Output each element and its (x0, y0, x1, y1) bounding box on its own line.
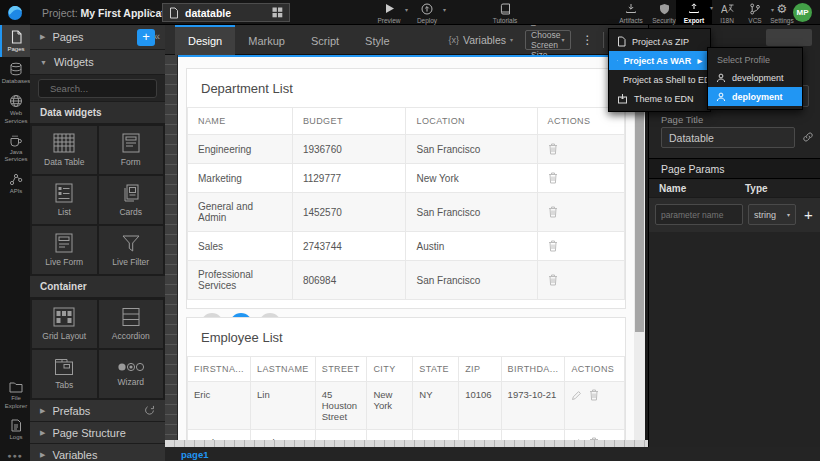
widgets-accordion[interactable]: ▼ Widgets (30, 50, 165, 75)
column-header[interactable]: STREET (315, 357, 367, 382)
tab-design[interactable]: Design (175, 25, 235, 55)
tab-markup[interactable]: Markup (235, 25, 298, 55)
page-selector-dropdown[interactable]: datatable (162, 3, 290, 22)
more-options-icon[interactable]: ●●● (0, 452, 30, 459)
widget-list[interactable]: List (32, 176, 97, 224)
delete-row-icon[interactable] (548, 172, 614, 184)
department-list-title: Department List (187, 69, 625, 107)
menu-item-project-as-zip[interactable]: Project As ZIP (609, 32, 710, 51)
api-nodes-icon (9, 172, 23, 186)
chevron-down-icon: ▼ (40, 59, 47, 66)
bind-link-icon[interactable] (802, 131, 814, 143)
widget-live-form[interactable]: Live Form (32, 226, 97, 274)
menu-item-project-shell-to-edn[interactable]: Project as Shell to EDN (609, 70, 710, 89)
sidebar-item-apis[interactable]: APIs (0, 167, 30, 199)
delete-row-icon[interactable] (548, 206, 614, 218)
table-row[interactable]: General and Admin 1452570 San Francisco (188, 193, 625, 232)
screen-size-select[interactable]: – Choose Screen Size – ▾ (525, 30, 571, 50)
chevron-down-icon: ▾ (787, 211, 790, 218)
panel-top-control[interactable] (766, 29, 812, 46)
table-row[interactable]: Eric Lin 45 Houston Street New York NY 1… (188, 382, 625, 430)
sidebar-item-java-services[interactable]: Java Services (0, 129, 30, 167)
column-header[interactable]: BIRTHDA... (501, 357, 565, 382)
table-row[interactable]: Engineering 1936760 San Francisco (188, 135, 625, 164)
sidebar-item-databases[interactable]: Databases (0, 57, 30, 89)
widget-live-filter[interactable]: Live Filter (99, 226, 164, 274)
menu-item-project-as-war[interactable]: Project As WAR ▶ (609, 51, 710, 70)
widget-cards[interactable]: Cards (99, 176, 164, 224)
department-list-panel[interactable]: Department List NAME BUDGET LOCATION ACT… (186, 68, 626, 309)
sidebar-item-pages[interactable]: Pages (0, 25, 30, 57)
widget-data-table[interactable]: Data Table (32, 126, 97, 174)
wavemaker-logo[interactable] (0, 0, 30, 25)
pages-accordion[interactable]: ▶ Pages + (30, 25, 165, 50)
open-page-tab[interactable]: page1 (181, 449, 208, 460)
page-structure-accordion[interactable]: ▶ Page Structure (30, 422, 165, 444)
column-header[interactable]: LASTNAME (251, 357, 316, 382)
param-name-input[interactable] (655, 204, 743, 225)
widget-form[interactable]: Form (99, 126, 164, 174)
bottom-bar: page1 (165, 447, 820, 461)
chevron-right-icon: ▶ (40, 407, 45, 415)
department-table: NAME BUDGET LOCATION ACTIONS Engineering… (187, 107, 625, 300)
widget-wizard[interactable]: Wizard (99, 350, 164, 398)
submenu-item-deployment[interactable]: deployment (708, 87, 802, 106)
menu-item-theme-to-edn[interactable]: Theme to EDN (609, 89, 710, 108)
column-header[interactable]: NAME (188, 108, 293, 135)
export-button[interactable]: Export ▾ (676, 0, 712, 25)
column-header[interactable]: BUDGET (292, 108, 406, 135)
deploy-button[interactable]: Deploy ▾ (409, 2, 445, 24)
table-row[interactable]: Professional Services 806984 San Francis… (188, 261, 625, 300)
table-row[interactable]: Sales 2743744 Austin (188, 232, 625, 261)
widget-search-input[interactable] (50, 83, 182, 94)
table-row[interactable]: Brad Tucker 25 Liberty Pl Boston MA 0212… (188, 430, 625, 441)
preview-button[interactable]: Preview ▾ (371, 2, 407, 24)
delete-row-icon[interactable] (548, 143, 614, 155)
widget-accordion[interactable]: Accordion (99, 300, 164, 348)
chevron-down-icon: ▾ (510, 36, 513, 43)
delete-row-icon[interactable] (548, 240, 614, 252)
widget-grid-layout[interactable]: Grid Layout (32, 300, 97, 348)
employee-list-panel[interactable]: Employee List FIRSTNA... LASTNAME STREET… (186, 317, 626, 440)
column-header[interactable]: CITY (367, 357, 413, 382)
column-header[interactable]: LOCATION (406, 108, 537, 135)
tab-script[interactable]: Script (298, 25, 352, 55)
add-param-button[interactable]: + (804, 206, 813, 223)
column-header[interactable]: FIRSTNA... (188, 357, 251, 382)
variables-menu[interactable]: {x} Variables ▾ (449, 34, 514, 46)
edit-row-icon[interactable] (571, 390, 582, 401)
canvas-scrollbar[interactable] (634, 55, 645, 440)
employee-list-title: Employee List (187, 318, 625, 356)
sidebar-item-logs[interactable]: Logs (0, 414, 30, 445)
tab-style[interactable]: Style (352, 25, 402, 55)
widget-tabs[interactable]: Tabs (32, 350, 97, 398)
form-icon (121, 133, 141, 153)
variables-accordion[interactable]: ▶ Variables (30, 444, 165, 461)
table-row[interactable]: Marketing 1129777 New York (188, 164, 625, 193)
page-canvas[interactable]: Department List NAME BUDGET LOCATION ACT… (178, 55, 634, 440)
add-page-button[interactable]: + (137, 29, 155, 46)
param-type-select[interactable]: string ▾ (748, 204, 796, 225)
column-header[interactable]: ZIP (459, 357, 501, 382)
submenu-item-development[interactable]: development (708, 68, 802, 87)
sidebar-item-web-services[interactable]: Web Services (0, 89, 30, 128)
artifacts-button[interactable]: Artifacts (613, 2, 649, 24)
sidebar-item-file-explorer[interactable]: File Explorer (0, 376, 30, 413)
page-params-section-header[interactable]: Page Params (649, 158, 820, 179)
wavemaker-logo-icon (7, 5, 23, 21)
kebab-menu-icon[interactable]: ⋮ (582, 33, 594, 47)
profile-icon (716, 92, 726, 102)
delete-row-icon[interactable] (589, 389, 599, 401)
page-title-label: Page Title (661, 114, 703, 125)
refresh-icon[interactable] (144, 405, 155, 416)
prefabs-accordion[interactable]: ▶ Prefabs (30, 400, 165, 422)
collapse-panel-icon[interactable]: « (154, 30, 160, 42)
delete-row-icon[interactable] (548, 274, 614, 286)
upload-tray-icon (688, 2, 700, 15)
design-canvas: Department List NAME BUDGET LOCATION ACT… (165, 55, 648, 447)
column-header[interactable]: STATE (413, 357, 459, 382)
tutorials-button[interactable]: Tutorials (487, 2, 523, 24)
user-avatar[interactable]: MP (793, 3, 812, 22)
page-title-input[interactable] (661, 127, 795, 148)
grid-view-icon[interactable] (272, 7, 283, 18)
